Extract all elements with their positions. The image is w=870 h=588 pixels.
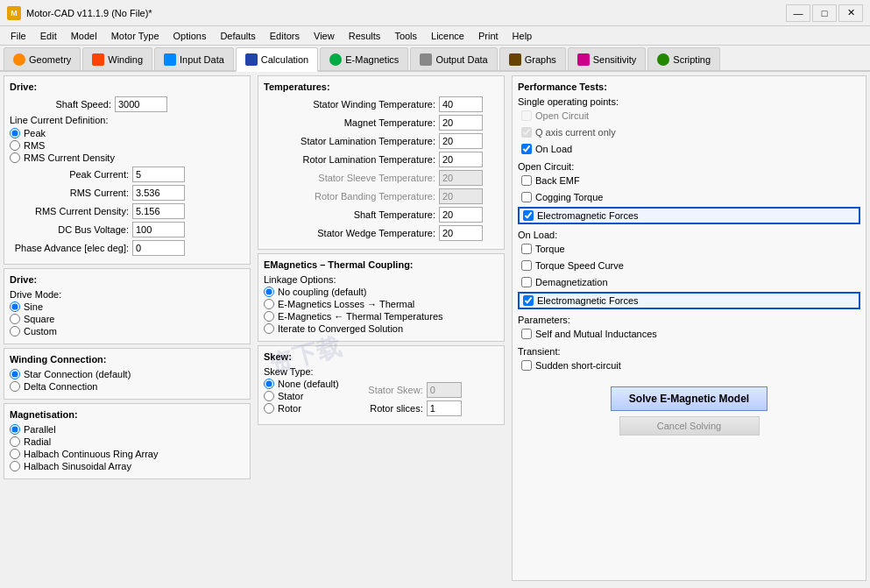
rms-current-input[interactable] bbox=[132, 185, 185, 201]
minimize-button[interactable]: — bbox=[786, 4, 810, 22]
check-emag-forces-on-load[interactable]: Electromagnetic Forces bbox=[518, 292, 860, 309]
stator-wedge-temp-label: Stator Wedge Temperature: bbox=[264, 228, 439, 238]
tab-input[interactable]: Input Data bbox=[154, 47, 234, 70]
radio-skew-rotor[interactable]: Rotor bbox=[264, 403, 339, 414]
tab-sensitivity[interactable]: Sensitivity bbox=[568, 47, 647, 70]
stator-wedge-temp-input[interactable] bbox=[439, 225, 483, 241]
emag-thermal-title: EMagnetics – Thermal Coupling: bbox=[264, 259, 499, 270]
menu-results[interactable]: Results bbox=[342, 29, 388, 43]
emag-icon bbox=[329, 53, 342, 66]
input-icon bbox=[164, 53, 176, 66]
radio-halbach-sin[interactable]: Halbach Sinusoidal Array bbox=[10, 461, 244, 471]
menu-view[interactable]: View bbox=[307, 29, 342, 43]
tab-geometry[interactable]: Geometry bbox=[4, 47, 81, 70]
dc-bus-input[interactable] bbox=[132, 222, 185, 237]
menu-motor-type[interactable]: Motor Type bbox=[104, 29, 166, 43]
stator-lam-temp-input[interactable] bbox=[439, 133, 483, 149]
check-back-emf[interactable]: Back EMF bbox=[518, 174, 860, 188]
radio-skew-none[interactable]: None (default) bbox=[264, 379, 339, 389]
radio-custom[interactable]: Custom bbox=[10, 326, 244, 337]
menu-file[interactable]: File bbox=[4, 29, 33, 43]
rotor-slices-row: Rotor slices: bbox=[357, 400, 462, 416]
radio-peak[interactable]: Peak bbox=[10, 128, 244, 138]
check-cogging-torque[interactable]: Cogging Torque bbox=[518, 190, 860, 204]
radio-square[interactable]: Square bbox=[10, 314, 244, 324]
menu-help[interactable]: Help bbox=[506, 29, 540, 43]
sensitivity-icon bbox=[577, 53, 590, 66]
radio-parallel[interactable]: Parallel bbox=[10, 424, 244, 435]
radio-delta[interactable]: Delta Connection bbox=[10, 381, 244, 392]
stator-skew-input bbox=[427, 382, 462, 398]
rotor-lam-temp-input[interactable] bbox=[439, 152, 483, 167]
emag-thermal-section: EMagnetics – Thermal Coupling: Linkage O… bbox=[258, 253, 505, 342]
radio-emag-thermal-temps[interactable]: E-Magnetics ← Thermal Temperatures bbox=[264, 311, 499, 322]
tab-winding[interactable]: Winding bbox=[82, 47, 152, 70]
phase-advance-row: Phase Advance [elec deg]: bbox=[10, 240, 244, 256]
radio-rms-density[interactable]: RMS Current Density bbox=[10, 152, 244, 163]
stator-sleeve-temp-input bbox=[439, 170, 483, 186]
linkage-options-label: Linkage Options: bbox=[264, 274, 499, 285]
tab-scripting[interactable]: Scripting bbox=[647, 47, 720, 70]
winding-icon bbox=[92, 53, 104, 66]
tab-calculation[interactable]: Calculation bbox=[236, 47, 318, 72]
menu-print[interactable]: Print bbox=[471, 29, 506, 43]
solve-emagnetic-button[interactable]: Solve E-Magnetic Model bbox=[611, 386, 767, 411]
radio-no-coupling[interactable]: No coupling (default) bbox=[264, 287, 499, 297]
tab-output-label: Output Data bbox=[435, 54, 487, 65]
check-sudden-short-circuit[interactable]: Sudden short-circuit bbox=[518, 358, 860, 372]
menu-editors[interactable]: Editors bbox=[263, 29, 307, 43]
tab-bar: Geometry Winding Input Data Calculation … bbox=[0, 46, 870, 72]
magnet-temp-input[interactable] bbox=[439, 115, 483, 131]
rms-density-input[interactable] bbox=[132, 203, 185, 219]
close-button[interactable]: ✕ bbox=[838, 4, 863, 22]
radio-emag-losses[interactable]: E-Magnetics Losses → Thermal bbox=[264, 299, 499, 309]
menu-model[interactable]: Model bbox=[64, 29, 104, 43]
tab-scripting-label: Scripting bbox=[673, 54, 711, 65]
app-icon: M bbox=[7, 6, 21, 20]
menu-edit[interactable]: Edit bbox=[33, 29, 64, 43]
tab-graphs[interactable]: Graphs bbox=[499, 47, 566, 70]
shaft-speed-label: Shaft Speed: bbox=[10, 99, 115, 110]
tab-output[interactable]: Output Data bbox=[410, 47, 497, 70]
phase-advance-input[interactable] bbox=[132, 240, 185, 256]
check-torque-speed-curve[interactable]: Torque Speed Curve bbox=[518, 259, 860, 273]
radio-rms[interactable]: RMS bbox=[10, 140, 244, 151]
stator-winding-temp-label: Stator Winding Temperature: bbox=[264, 99, 439, 110]
tab-emagnetics[interactable]: E-Magnetics bbox=[320, 47, 408, 70]
right-column: Performance Tests: Single operating poin… bbox=[508, 72, 870, 588]
check-torque[interactable]: Torque bbox=[518, 242, 860, 256]
peak-current-input[interactable] bbox=[132, 166, 185, 182]
radio-halbach-ring[interactable]: Halbach Continuous Ring Array bbox=[10, 449, 244, 459]
peak-current-label: Peak Current: bbox=[10, 169, 132, 180]
check-emag-forces-open[interactable]: Electromagnetic Forces bbox=[518, 207, 860, 224]
tab-geometry-label: Geometry bbox=[29, 54, 71, 65]
radio-sine[interactable]: Sine bbox=[10, 301, 244, 312]
action-buttons: Solve E-Magnetic Model Cancel Solving bbox=[518, 386, 860, 436]
skew-section: Skew: Skew Type: None (default) Stator R… bbox=[258, 345, 505, 425]
check-demagnetization[interactable]: Demagnetization bbox=[518, 275, 860, 289]
tab-sensitivity-label: Sensitivity bbox=[593, 54, 637, 65]
radio-radial[interactable]: Radial bbox=[10, 436, 244, 447]
radio-skew-stator[interactable]: Stator bbox=[264, 391, 339, 401]
menu-options[interactable]: Options bbox=[166, 29, 214, 43]
cancel-solving-button[interactable]: Cancel Solving bbox=[619, 416, 760, 436]
menu-tools[interactable]: Tools bbox=[387, 29, 424, 43]
skew-params-group: Stator Skew: Rotor slices: bbox=[357, 382, 462, 419]
rms-density-label: RMS Current Density: bbox=[10, 206, 132, 216]
rotor-slices-input[interactable] bbox=[427, 400, 462, 416]
stator-winding-temp-input[interactable] bbox=[439, 96, 483, 112]
drive-mode-section: Drive: Drive Mode: Sine Square Custom bbox=[4, 268, 251, 344]
menu-defaults[interactable]: Defaults bbox=[213, 29, 262, 43]
radio-iterate-converged[interactable]: Iterate to Converged Solution bbox=[264, 323, 499, 334]
shaft-speed-input[interactable] bbox=[115, 96, 167, 112]
performance-title: Performance Tests: bbox=[518, 81, 860, 92]
check-self-mutual-inductances[interactable]: Self and Mutual Inductances bbox=[518, 327, 860, 341]
menu-licence[interactable]: Licence bbox=[424, 29, 471, 43]
rotor-lam-temp-row: Rotor Lamination Temperature: bbox=[264, 152, 499, 167]
radio-star[interactable]: Star Connection (default) bbox=[10, 369, 244, 379]
maximize-button[interactable]: □ bbox=[812, 4, 837, 22]
shaft-temp-input[interactable] bbox=[439, 207, 483, 223]
check-on-load-single[interactable]: On Load bbox=[518, 142, 860, 156]
rms-density-row: RMS Current Density: bbox=[10, 203, 244, 219]
drive-title: Drive: bbox=[10, 81, 244, 92]
